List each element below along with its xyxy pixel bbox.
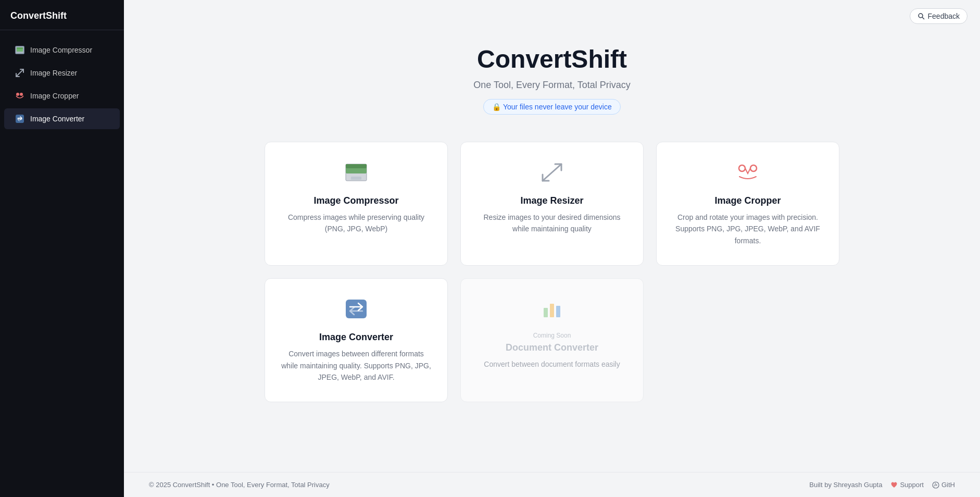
card-title-compressor: Image Compressor: [313, 195, 398, 206]
footer: © 2025 ConvertShift • One Tool, Every Fo…: [124, 472, 980, 497]
privacy-badge[interactable]: 🔒 Your files never leave your device: [483, 99, 620, 115]
svg-rect-10: [346, 164, 367, 168]
footer-github-label: GitH: [941, 481, 955, 489]
search-feedback-icon: [918, 13, 925, 20]
sidebar-logo: ConvertShift: [0, 10, 124, 30]
card-title-doc: Document Converter: [506, 342, 598, 353]
github-icon: [932, 481, 939, 489]
footer-support-link[interactable]: Support: [890, 481, 924, 489]
sidebar-item-label-resizer: Image Resizer: [30, 69, 77, 77]
sidebar-item-image-converter[interactable]: Image Converter: [4, 108, 120, 129]
cards-grid: Image Compressor Compress images while p…: [240, 125, 864, 419]
card-icon-cropper: [735, 161, 760, 187]
card-icon-converter: [344, 297, 369, 324]
crop-icon: [15, 91, 25, 101]
svg-rect-6: [16, 115, 24, 123]
svg-point-4: [16, 93, 19, 96]
footer-github-link[interactable]: GitH: [932, 481, 955, 489]
resize-icon: [15, 68, 25, 78]
sidebar-item-image-cropper[interactable]: Image Cropper: [4, 85, 120, 106]
sidebar-item-label-converter: Image Converter: [30, 115, 84, 123]
card-desc-resizer: Resize images to your desired dimensions…: [475, 212, 629, 235]
sidebar-item-label-cropper: Image Cropper: [30, 92, 79, 100]
footer-built-by: Built by Shreyash Gupta: [809, 481, 882, 489]
sidebar-item-image-compressor[interactable]: Image Compressor: [4, 40, 120, 60]
footer-support-label: Support: [900, 481, 924, 489]
svg-point-5: [20, 93, 23, 96]
card-title-converter: Image Converter: [319, 332, 393, 343]
sidebar-item-label-compressor: Image Compressor: [30, 46, 92, 54]
card-image-converter[interactable]: Image Converter Convert images between d…: [265, 278, 448, 402]
svg-rect-16: [550, 304, 554, 317]
card-title-resizer: Image Resizer: [520, 195, 583, 206]
svg-rect-15: [544, 308, 548, 317]
card-desc-doc: Convert between document formats easily: [484, 358, 620, 370]
footer-copyright: © 2025 ConvertShift • One Tool, Every Fo…: [149, 481, 330, 489]
card-icon-doc: [539, 297, 564, 324]
heart-icon: [890, 481, 898, 489]
card-desc-cropper: Crop and rotate your images with precisi…: [671, 212, 824, 246]
feedback-label: Feedback: [928, 12, 960, 20]
card-coming-soon-doc: Coming Soon: [533, 332, 571, 339]
card-desc-compressor: Compress images while preserving quality…: [280, 212, 433, 235]
svg-rect-3: [17, 47, 23, 49]
card-icon-compressor: [344, 161, 369, 187]
card-icon-resizer: [539, 161, 564, 187]
card-document-converter: Coming Soon Document Converter Convert b…: [460, 278, 644, 402]
card-title-cropper: Image Cropper: [714, 195, 781, 206]
sidebar: ConvertShift Image Compressor Image Resi…: [0, 0, 124, 497]
card-image-cropper[interactable]: Image Cropper Crop and rotate your image…: [656, 142, 839, 266]
compress-icon: [15, 45, 25, 55]
hero-title: ConvertShift: [134, 45, 970, 73]
card-image-resizer[interactable]: Image Resizer Resize images to your desi…: [460, 142, 644, 266]
footer-right: Built by Shreyash Gupta Support GitH: [809, 481, 955, 489]
top-bar: Feedback: [124, 0, 980, 24]
main-content: Feedback ConvertShift One Tool, Every Fo…: [124, 0, 980, 497]
svg-point-7: [919, 14, 923, 18]
svg-point-13: [750, 165, 757, 171]
sidebar-item-image-resizer[interactable]: Image Resizer: [4, 63, 120, 83]
convert-icon: [15, 114, 25, 124]
svg-rect-17: [556, 306, 560, 317]
svg-point-12: [739, 165, 745, 171]
hero-section: ConvertShift One Tool, Every Format, Tot…: [124, 24, 980, 125]
feedback-button[interactable]: Feedback: [910, 8, 968, 24]
hero-subtitle: One Tool, Every Format, Total Privacy: [134, 80, 970, 91]
svg-rect-11: [351, 177, 361, 180]
svg-rect-14: [346, 300, 367, 318]
card-image-compressor[interactable]: Image Compressor Compress images while p…: [265, 142, 448, 266]
card-desc-converter: Convert images between different formats…: [280, 348, 433, 383]
